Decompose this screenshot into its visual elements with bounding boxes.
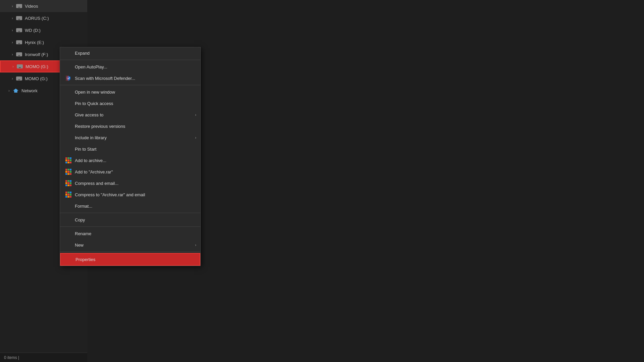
submenu-arrow: › bbox=[195, 113, 196, 117]
menu-item-copy[interactable]: Copy bbox=[60, 214, 200, 225]
expand-icon: › bbox=[10, 28, 15, 33]
sidebar-item-label: Hynix (E:) bbox=[25, 40, 44, 45]
menu-item-label: Format... bbox=[75, 204, 92, 209]
context-menu: Expand Open AutoPlay... Scan with Micros… bbox=[60, 47, 201, 266]
drive-icon bbox=[16, 16, 22, 20]
network-icon bbox=[13, 88, 19, 93]
separator-5 bbox=[60, 252, 200, 252]
open-window-icon bbox=[65, 89, 72, 95]
menu-item-label: Scan with Microsoft Defender... bbox=[75, 76, 135, 81]
menu-item-label: Expand bbox=[75, 51, 90, 56]
status-text: 0 items | bbox=[4, 355, 19, 360]
separator-1 bbox=[60, 60, 200, 60]
menu-item-properties[interactable]: Properties bbox=[60, 253, 200, 266]
menu-item-format[interactable]: Format... bbox=[60, 200, 200, 212]
properties-icon bbox=[65, 256, 73, 263]
menu-item-label: Restore previous versions bbox=[75, 124, 125, 129]
sidebar-item-label: MOMO (G:) bbox=[25, 76, 48, 81]
expand-icon: › bbox=[11, 64, 15, 69]
winrar-icon-4 bbox=[65, 191, 72, 198]
status-bar: 0 items | bbox=[0, 353, 87, 362]
restore-icon bbox=[65, 123, 72, 130]
new-icon bbox=[65, 242, 72, 248]
share-icon bbox=[65, 111, 72, 118]
menu-item-label: Open in new window bbox=[75, 90, 115, 95]
sidebar-item-label: Ironwolf (F:) bbox=[25, 52, 48, 57]
menu-item-compress-archive-email[interactable]: Compress to "Archive.rar" and email bbox=[60, 189, 200, 200]
expand-icon: › bbox=[10, 52, 15, 57]
menu-item-rename[interactable]: Rename bbox=[60, 228, 200, 239]
expand-icon: › bbox=[10, 4, 15, 8]
sidebar-item-label: AORUS (C:) bbox=[25, 16, 49, 21]
drive-icon bbox=[16, 52, 22, 57]
menu-item-label: Give access to bbox=[75, 112, 103, 117]
pin-icon bbox=[65, 100, 72, 107]
library-icon bbox=[65, 134, 72, 141]
menu-item-add-archive[interactable]: Add to archive... bbox=[60, 155, 200, 166]
menu-item-include-library[interactable]: Include in library › bbox=[60, 132, 200, 143]
menu-item-label: Include in library bbox=[75, 135, 107, 140]
drive-icon bbox=[16, 40, 22, 45]
sidebar-item-label: MOMO (G:) bbox=[26, 64, 48, 69]
rename-icon bbox=[65, 230, 72, 237]
drive-icon bbox=[16, 76, 22, 81]
menu-item-pin-quick-access[interactable]: Pin to Quick access bbox=[60, 98, 200, 109]
winrar-icon-2 bbox=[65, 168, 72, 175]
menu-item-new[interactable]: New › bbox=[60, 239, 200, 251]
menu-item-label: Rename bbox=[75, 231, 91, 236]
menu-item-label: Compress to "Archive.rar" and email bbox=[75, 192, 145, 197]
menu-item-label: Properties bbox=[76, 257, 95, 262]
submenu-arrow: › bbox=[195, 243, 196, 247]
expand-icon: › bbox=[7, 88, 11, 93]
separator-4 bbox=[60, 226, 200, 227]
defender-icon bbox=[65, 75, 72, 82]
separator-2 bbox=[60, 85, 200, 85]
menu-item-label: Add to archive... bbox=[75, 158, 106, 163]
pin-start-icon bbox=[65, 146, 72, 152]
menu-item-scan-defender[interactable]: Scan with Microsoft Defender... bbox=[60, 72, 200, 84]
sidebar-item-videos[interactable]: › Videos bbox=[0, 0, 87, 12]
sidebar-item-wd[interactable]: › WD (D:) bbox=[0, 24, 87, 36]
sidebar-item-label: WD (D:) bbox=[25, 28, 41, 33]
menu-item-give-access[interactable]: Give access to › bbox=[60, 109, 200, 120]
expand-icon: › bbox=[10, 76, 15, 81]
menu-item-label: Copy bbox=[75, 217, 85, 222]
sidebar-item-hynix[interactable]: › Hynix (E:) bbox=[0, 36, 87, 48]
menu-item-label: Open AutoPlay... bbox=[75, 64, 107, 69]
autoplay-icon bbox=[65, 63, 72, 70]
copy-icon bbox=[65, 216, 72, 223]
separator-3 bbox=[60, 213, 200, 213]
menu-item-label: New bbox=[75, 243, 84, 248]
menu-item-label: Pin to Quick access bbox=[75, 101, 113, 106]
sidebar-item-label: Network bbox=[21, 88, 38, 93]
menu-item-expand[interactable]: Expand bbox=[60, 47, 200, 59]
menu-item-label: Pin to Start bbox=[75, 147, 96, 152]
menu-item-pin-start[interactable]: Pin to Start bbox=[60, 143, 200, 155]
expand-icon: › bbox=[10, 16, 15, 20]
menu-item-label: Compress and email... bbox=[75, 181, 118, 186]
menu-item-label: Add to "Archive.rar" bbox=[75, 169, 113, 174]
drive-icon bbox=[16, 4, 22, 8]
winrar-icon-3 bbox=[65, 180, 72, 187]
winrar-icon-1 bbox=[65, 157, 72, 164]
menu-item-add-archive-rar[interactable]: Add to "Archive.rar" bbox=[60, 166, 200, 177]
drive-icon bbox=[17, 64, 23, 69]
drive-icon bbox=[16, 28, 22, 33]
menu-item-restore-versions[interactable]: Restore previous versions bbox=[60, 120, 200, 132]
sidebar-item-aorus[interactable]: › AORUS (C:) bbox=[0, 12, 87, 24]
menu-item-compress-email[interactable]: Compress and email... bbox=[60, 177, 200, 189]
format-icon bbox=[65, 203, 72, 209]
submenu-arrow: › bbox=[195, 136, 196, 140]
expand-icon: › bbox=[10, 40, 15, 45]
sidebar-item-label: Videos bbox=[25, 4, 38, 9]
menu-item-open-autoplay[interactable]: Open AutoPlay... bbox=[60, 61, 200, 72]
expand-menu-icon bbox=[65, 50, 72, 56]
menu-item-open-new-window[interactable]: Open in new window bbox=[60, 86, 200, 98]
